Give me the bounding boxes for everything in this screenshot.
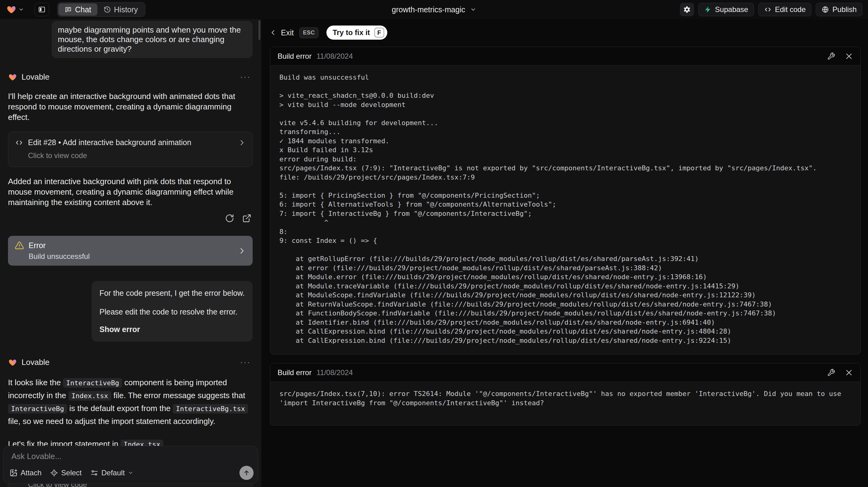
f-key-badge: F (374, 28, 384, 37)
try-to-fix-label: Try to fix it (333, 28, 370, 37)
external-link-icon[interactable] (242, 214, 251, 223)
chevron-down-icon (128, 470, 133, 476)
sidebar-panel-icon (38, 5, 46, 13)
chat-scroll-area[interactable]: maybe diagramming points and when you mo… (0, 19, 261, 487)
inline-code: InteractiveBg.tsx (173, 404, 248, 414)
error-log-date: 11/08/2024 (317, 368, 353, 377)
sidebar-toggle-button[interactable] (34, 3, 49, 16)
message-menu-button[interactable]: ··· (240, 358, 253, 367)
assistant-header: Lovable ··· (8, 358, 253, 367)
lovable-heart-icon (6, 5, 17, 14)
error-card-title: Error (29, 241, 46, 250)
project-selector[interactable]: growth-metrics-magic (392, 0, 476, 19)
chevron-right-icon (238, 139, 246, 146)
message-menu-button[interactable]: ··· (240, 72, 253, 82)
inline-code: InteractiveBg (63, 378, 122, 388)
chat-input-box: Attach Select Default (3, 446, 258, 484)
chat-history-switcher: Chat History (57, 2, 145, 17)
restore-icon[interactable] (225, 214, 234, 223)
edit-card-subtitle: Click to view code (28, 151, 246, 160)
assistant-text: I'll help create an interactive backgrou… (8, 91, 253, 122)
publish-label: Publish (832, 5, 857, 14)
error-log-title: Build error (278, 368, 312, 377)
wrench-icon[interactable] (827, 369, 835, 377)
user-message-text: For the code present, I get the error be… (100, 288, 245, 298)
message-actions (8, 214, 253, 223)
code-brackets-icon (15, 139, 23, 147)
lovable-heart-icon (8, 358, 17, 367)
locate-icon (50, 469, 58, 477)
text-part: file, so we need to adjust the import st… (8, 417, 215, 426)
mode-selector[interactable]: Default (90, 468, 133, 477)
exit-button[interactable]: Exit (281, 28, 294, 37)
image-plus-icon (9, 469, 18, 477)
chat-panel: maybe diagramming points and when you mo… (0, 19, 261, 487)
assistant-name: Lovable (22, 72, 50, 82)
chevron-down-icon (470, 6, 476, 12)
globe-icon (822, 6, 829, 13)
user-message-text: maybe diagramming points and when you mo… (58, 25, 241, 54)
build-error-log-card: Build error 11/08/2024 src/pages/Index.t… (270, 363, 861, 426)
text-part: is the default export from the (67, 404, 173, 413)
user-message-text: Please edit the code to resolve the erro… (100, 307, 245, 317)
tab-history-label: History (114, 5, 138, 14)
edit-code-button[interactable]: Edit code (758, 3, 811, 16)
tab-chat[interactable]: Chat (58, 3, 97, 16)
project-name: growth-metrics-magic (392, 5, 465, 14)
settings-button[interactable] (680, 3, 694, 16)
build-log: Build was unsuccessful > vite_react_shad… (279, 73, 851, 345)
mode-label: Default (101, 468, 125, 477)
build-error-log-card: Build error 11/08/2024 Build was unsucce… (270, 47, 861, 355)
error-log-date: 11/08/2024 (317, 52, 353, 61)
history-icon (103, 6, 111, 13)
select-button[interactable]: Select (50, 468, 82, 477)
inline-code: InteractiveBg (8, 404, 67, 414)
warning-triangle-icon (15, 241, 24, 250)
lovable-logo-menu[interactable] (6, 5, 24, 14)
inline-code: Index.tsx (68, 391, 111, 401)
attach-button[interactable]: Attach (9, 468, 41, 477)
build-log: src/pages/Index.tsx(7,10): error TS2614:… (279, 389, 851, 407)
wrench-icon[interactable] (827, 52, 835, 60)
user-message: maybe diagramming points and when you mo… (52, 21, 253, 58)
top-bar: Chat History growth-metrics-magic S (0, 0, 868, 19)
assistant-text-content: Added an interactive background with pin… (8, 177, 234, 207)
error-log-title: Build error (278, 52, 312, 61)
chat-scrollbar[interactable] (258, 20, 260, 40)
assistant-text: It looks like the InteractiveBg componen… (8, 376, 253, 427)
chevron-right-icon (238, 247, 246, 255)
tab-chat-label: Chat (75, 5, 91, 14)
user-message: For the code present, I get the error be… (92, 281, 253, 342)
lovable-heart-icon (8, 73, 17, 82)
edit-card-title: Edit #28 • Add interactive background an… (28, 138, 191, 147)
chat-input[interactable] (11, 452, 250, 464)
esc-key-badge: ESC (299, 27, 319, 38)
supabase-label: Supabase (715, 5, 748, 14)
close-icon[interactable] (845, 52, 853, 60)
text-part: file. The error message suggests that (111, 391, 245, 400)
tab-history[interactable]: History (97, 3, 144, 16)
edit-card-28[interactable]: Edit #28 • Add interactive background an… (8, 131, 253, 167)
assistant-name: Lovable (22, 358, 50, 367)
edit-code-label: Edit code (775, 5, 806, 14)
supabase-icon (704, 6, 712, 13)
assistant-text-content: I'll help create an interactive backgrou… (8, 92, 235, 122)
assistant-text: Added an interactive background with pin… (8, 176, 253, 208)
gear-icon (683, 5, 691, 13)
try-to-fix-button[interactable]: Try to fix it F (327, 26, 387, 40)
select-label: Select (61, 468, 82, 477)
close-icon[interactable] (845, 369, 853, 377)
publish-button[interactable]: Publish (816, 3, 863, 16)
supabase-button[interactable]: Supabase (698, 3, 754, 16)
back-chevron-icon[interactable] (270, 29, 277, 36)
code-brackets-icon (764, 6, 772, 13)
build-error-card[interactable]: Error Build unsuccessful (8, 236, 253, 266)
send-button[interactable] (240, 466, 254, 480)
text-part: It looks like the (8, 378, 63, 387)
arrow-up-icon (243, 469, 250, 477)
sliders-icon (90, 469, 98, 477)
show-error-link[interactable]: Show error (100, 325, 245, 334)
attach-label: Attach (21, 468, 41, 477)
fix-error-panel: Exit ESC Try to fix it F Build error 11/… (261, 19, 868, 487)
chat-bubble-icon (65, 6, 72, 13)
